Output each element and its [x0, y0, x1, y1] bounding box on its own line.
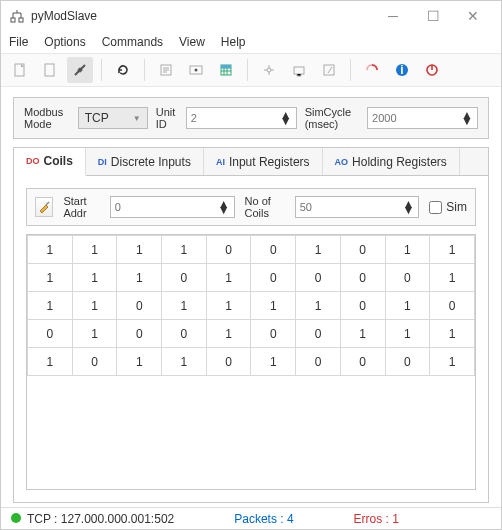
grid-cell[interactable]: 1	[72, 236, 117, 264]
grid-cell[interactable]: 1	[28, 236, 73, 264]
unitid-input[interactable]: ▲▼	[186, 107, 297, 129]
menu-commands[interactable]: Commands	[102, 35, 163, 49]
grid-cell[interactable]: 1	[117, 264, 162, 292]
grid-cell[interactable]: 0	[296, 320, 341, 348]
grid-cell[interactable]: 0	[206, 236, 251, 264]
open-icon[interactable]	[37, 57, 63, 83]
toolbar: i	[1, 53, 501, 87]
grid-cell[interactable]: 1	[72, 292, 117, 320]
grid-cell[interactable]: 1	[430, 264, 475, 292]
grid-cell[interactable]: 1	[385, 236, 430, 264]
grid-cell[interactable]: 0	[162, 320, 207, 348]
mode-label: Modbus Mode	[24, 106, 70, 130]
svg-rect-0	[11, 18, 15, 22]
settings1-icon[interactable]	[256, 57, 282, 83]
sim-checkbox[interactable]: Sim	[429, 200, 467, 214]
count-input[interactable]: ▲▼	[295, 196, 420, 218]
tab-discrete-inputs[interactable]: DIDiscrete Inputs	[86, 148, 204, 175]
grid-cell[interactable]: 1	[206, 320, 251, 348]
loading-icon[interactable]	[359, 57, 385, 83]
tab-input-registers[interactable]: AIInput Registers	[204, 148, 323, 175]
grid-cell[interactable]: 0	[340, 348, 385, 376]
grid-cell[interactable]: 1	[251, 348, 296, 376]
menu-help[interactable]: Help	[221, 35, 246, 49]
svg-rect-12	[324, 65, 334, 75]
info-icon[interactable]: i	[389, 57, 415, 83]
grid-cell[interactable]: 0	[251, 236, 296, 264]
settings2-icon[interactable]	[286, 57, 312, 83]
grid-cell[interactable]: 0	[117, 292, 162, 320]
grid-cell[interactable]: 0	[72, 348, 117, 376]
grid-cell[interactable]: 0	[162, 264, 207, 292]
grid-cell[interactable]: 1	[296, 292, 341, 320]
grid-cell[interactable]: 0	[206, 348, 251, 376]
grid-cell[interactable]: 0	[117, 320, 162, 348]
grid-icon[interactable]	[213, 57, 239, 83]
grid-cell[interactable]: 1	[206, 292, 251, 320]
menu-file[interactable]: File	[9, 35, 28, 49]
app-icon	[9, 8, 25, 24]
grid-cell[interactable]: 0	[28, 320, 73, 348]
grid-cell[interactable]: 1	[385, 320, 430, 348]
refresh-icon[interactable]	[110, 57, 136, 83]
grid-cell[interactable]: 1	[162, 236, 207, 264]
menubar: File Options Commands View Help	[1, 31, 501, 53]
clear-icon[interactable]	[35, 197, 53, 217]
app-title: pyModSlave	[31, 9, 97, 23]
grid-cell[interactable]: 0	[296, 264, 341, 292]
grid-cell[interactable]: 1	[251, 292, 296, 320]
minimize-button[interactable]: ─	[373, 2, 413, 30]
grid-cell[interactable]: 1	[296, 236, 341, 264]
new-icon[interactable]	[7, 57, 33, 83]
maximize-button[interactable]: ☐	[413, 2, 453, 30]
grid-cell[interactable]: 0	[385, 264, 430, 292]
grid-cell[interactable]: 1	[340, 320, 385, 348]
simcycle-label: SimCycle (msec)	[305, 106, 359, 130]
monitor-icon[interactable]	[183, 57, 209, 83]
grid-cell[interactable]: 0	[251, 264, 296, 292]
grid-cell[interactable]: 0	[340, 264, 385, 292]
grid-cell[interactable]: 1	[117, 348, 162, 376]
svg-rect-1	[19, 18, 23, 22]
grid-cell[interactable]: 0	[340, 236, 385, 264]
menu-options[interactable]: Options	[44, 35, 85, 49]
svg-point-10	[267, 68, 271, 72]
menu-view[interactable]: View	[179, 35, 205, 49]
mode-select[interactable]: TCP▼	[78, 107, 148, 129]
grid-cell[interactable]: 1	[430, 320, 475, 348]
grid-cell[interactable]: 0	[385, 348, 430, 376]
grid-cell[interactable]: 1	[430, 236, 475, 264]
grid-cell[interactable]: 0	[430, 292, 475, 320]
status-connection: TCP : 127.000.000.001:502	[11, 512, 174, 526]
grid-cell[interactable]: 1	[72, 264, 117, 292]
connection-panel: Modbus Mode TCP▼ Unit ID ▲▼ SimCycle (ms…	[13, 97, 489, 139]
grid-cell[interactable]: 1	[28, 348, 73, 376]
statusbar: TCP : 127.000.000.001:502 Packets : 4 Er…	[1, 507, 501, 529]
grid-cell[interactable]: 0	[340, 292, 385, 320]
grid-cell[interactable]: 1	[117, 236, 162, 264]
register-tabs: DOCoils DIDiscrete Inputs AIInput Regist…	[13, 147, 489, 503]
grid-cell[interactable]: 0	[296, 348, 341, 376]
status-dot-icon	[11, 513, 21, 523]
svg-rect-9	[221, 65, 231, 68]
grid-cell[interactable]: 1	[385, 292, 430, 320]
doc-icon[interactable]	[153, 57, 179, 83]
svg-rect-3	[45, 64, 54, 76]
grid-cell[interactable]: 0	[251, 320, 296, 348]
grid-cell[interactable]: 1	[28, 292, 73, 320]
grid-cell[interactable]: 1	[72, 320, 117, 348]
tab-holding-registers[interactable]: AOHolding Registers	[323, 148, 460, 175]
grid-cell[interactable]: 1	[430, 348, 475, 376]
startaddr-input[interactable]: ▲▼	[110, 196, 235, 218]
grid-cell[interactable]: 1	[162, 292, 207, 320]
connect-icon[interactable]	[67, 57, 93, 83]
settings3-icon[interactable]	[316, 57, 342, 83]
grid-cell[interactable]: 1	[28, 264, 73, 292]
coil-grid[interactable]: 1111001011111010000111011110100100100111…	[26, 234, 476, 490]
grid-cell[interactable]: 1	[162, 348, 207, 376]
simcycle-input[interactable]: ▲▼	[367, 107, 478, 129]
tab-coils[interactable]: DOCoils	[14, 148, 86, 176]
close-button[interactable]: ✕	[453, 2, 493, 30]
grid-cell[interactable]: 1	[206, 264, 251, 292]
power-icon[interactable]	[419, 57, 445, 83]
